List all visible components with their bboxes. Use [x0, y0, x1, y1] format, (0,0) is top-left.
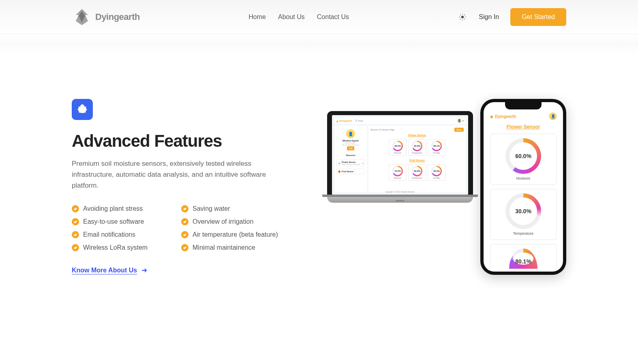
feature-label: Email notifications: [83, 231, 135, 238]
arrow-right-icon: [141, 267, 148, 274]
laptop-sensor-row: 🌸Flower SensorFlower Sensor, Good soil●: [336, 159, 365, 167]
phone-gauge-card: 80.1%: [490, 244, 557, 272]
feature-label: Avoiding plant stress: [83, 205, 143, 212]
feature-label: Minimal maintainence: [193, 244, 255, 251]
nav-contact[interactable]: Contact Us: [317, 13, 349, 21]
laptop-mockup: ◆ Dyingearth ☰ Tools 👤▾ 👤 Wisdom Egwim D…: [327, 111, 473, 203]
phone-avatar-icon: 👤: [549, 113, 557, 120]
get-started-button[interactable]: Get Started: [510, 8, 566, 26]
feature-icon-box: [72, 99, 93, 120]
feature-label: Easy-to-use software: [83, 218, 144, 225]
phone-sensor-title: Flower Sensor: [488, 124, 559, 130]
svg-line-7: [460, 19, 461, 19]
feature-label: Overview of irrigation: [193, 218, 253, 225]
svg-point-0: [461, 15, 464, 18]
svg-line-8: [465, 15, 465, 15]
main-nav: Home About Us Contact Us: [248, 13, 349, 21]
section-subtitle: Premium soil moisture sensors, extensive…: [72, 158, 270, 191]
feature-grid: Avoiding plant stress Saving water Easy-…: [72, 205, 283, 251]
feature-item: Email notifications: [72, 231, 173, 238]
laptop-footer: Copyright © 2023. All right reserved.: [332, 191, 468, 193]
feature-item: Saving water: [181, 205, 283, 212]
logo-icon: [72, 7, 92, 27]
check-icon: [72, 244, 79, 251]
phone-notch: [505, 102, 542, 109]
logo[interactable]: Dyingearth: [72, 7, 140, 27]
laptop-sensors-header: Sensors: [336, 153, 365, 158]
feature-item: Overview of irrigation: [181, 218, 283, 225]
laptop-sensor-title-1: Flower Sensor: [370, 134, 464, 137]
logo-text: Dyingearth: [95, 12, 140, 22]
feature-item: Air temperature (beta feature): [181, 231, 283, 238]
features-section: Advanced Features Premium soil moisture …: [47, 54, 591, 310]
feature-item: Wireless LoRa system: [72, 244, 173, 251]
check-icon: [72, 231, 79, 238]
feature-item: Easy-to-use software: [72, 218, 173, 225]
know-more-label: Know More About Us: [72, 267, 137, 274]
laptop-add-button: Add: [347, 146, 355, 150]
know-more-link[interactable]: Know More About Us: [72, 267, 148, 274]
header: Dyingearth Home About Us Contact Us Sign…: [0, 0, 638, 34]
laptop-sensor-row: 🍎Fruit Sensor: [336, 169, 365, 174]
feature-label: Air temperature (beta feature): [193, 231, 278, 238]
laptop-breadcrumb: Sensors | ☰ Sensors PageSetup: [370, 128, 464, 132]
check-icon: [72, 218, 79, 225]
laptop-sensor-title-2: Fruit Sensor: [370, 159, 464, 162]
laptop-base-label: MacBook: [396, 199, 405, 202]
phone-gauge-card: 30.0% Temperature: [490, 189, 557, 240]
nav-home[interactable]: Home: [248, 13, 266, 21]
phone-gauge-card: 60.0% Moisture: [490, 134, 557, 185]
laptop-app-logo: ◆ Dyingearth: [336, 120, 352, 122]
laptop-user-card: 👤 Wisdom Egwim Date Provider: Fly 10, St…: [336, 128, 365, 151]
phone-app-logo: ◆ Dyingearth: [490, 114, 516, 119]
bug-icon: [77, 104, 88, 115]
svg-line-6: [465, 19, 465, 19]
check-icon: [181, 205, 188, 212]
avatar-icon: 👤: [346, 129, 355, 138]
section-title: Advanced Features: [72, 131, 283, 151]
signin-link[interactable]: Sign In: [479, 13, 499, 21]
check-icon: [181, 231, 188, 238]
feature-item: Minimal maintainence: [181, 244, 283, 251]
sun-icon: [458, 13, 467, 21]
check-icon: [72, 205, 79, 212]
feature-label: Saving water: [193, 205, 230, 212]
check-icon: [181, 244, 188, 251]
feature-label: Wireless LoRa system: [83, 244, 148, 251]
feature-item: Avoiding plant stress: [72, 205, 173, 212]
device-mockup: ◆ Dyingearth ☰ Tools 👤▾ 👤 Wisdom Egwim D…: [327, 99, 566, 277]
svg-line-5: [460, 15, 461, 15]
laptop-tools: ☰ Tools: [355, 120, 363, 122]
theme-toggle[interactable]: [458, 12, 467, 22]
check-icon: [181, 218, 188, 225]
laptop-user-menu: 👤▾: [457, 119, 464, 123]
nav-about[interactable]: About Us: [278, 13, 305, 21]
phone-mockup: ◆ Dyingearth 👤 Flower Sensor 60.0% Moist…: [480, 99, 566, 275]
hero-gap: [0, 34, 638, 54]
